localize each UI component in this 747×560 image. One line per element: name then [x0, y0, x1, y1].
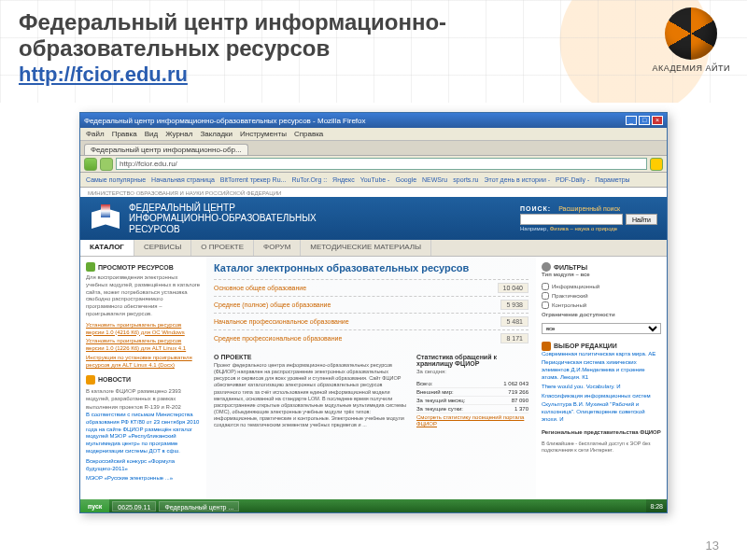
menu-view[interactable]: Вид	[145, 130, 158, 138]
bm-google[interactable]: Google	[395, 176, 416, 183]
task-item-2[interactable]: Федеральный центр ...	[159, 501, 239, 511]
left-column: ПРОСМОТР РЕСУРСОВ Для воспроизведения эл…	[80, 257, 206, 501]
cat-initprof[interactable]: Начальное профессиональное образование	[214, 318, 349, 325]
cat-basic[interactable]: Основное общее образование	[214, 285, 306, 291]
site-title: ФЕДЕРАЛЬНЫЙ ЦЕНТР ИНФОРМАЦИОННО-ОБРАЗОВА…	[129, 203, 317, 235]
logo-ball-icon	[665, 7, 717, 60]
window-titlebar[interactable]: Федеральный центр информационно-образова…	[80, 113, 667, 128]
pick-3[interactable]: There would you. Vocabulary. И	[542, 384, 661, 391]
browser-tab[interactable]: Федеральный центр информационно-обр...	[84, 144, 248, 155]
search-label: ПОИСК:	[520, 205, 551, 212]
close-button[interactable]: ×	[652, 116, 663, 125]
forward-button[interactable]	[100, 158, 113, 171]
search-hint: Например, Физика – наука о природе	[520, 226, 657, 231]
download-instr[interactable]: Инструкция по установке проигрывателя ре…	[86, 355, 201, 370]
cat-full[interactable]: Среднее (полное) общее образование	[214, 301, 331, 308]
cat-midprof[interactable]: Среднее профессиональное образование	[214, 335, 342, 342]
pick-icon	[542, 342, 551, 351]
clock: 8:28	[650, 503, 663, 510]
cat-full-count: 5 938	[500, 300, 529, 310]
maximize-button[interactable]: □	[639, 116, 650, 125]
view-icon	[86, 262, 95, 272]
tab-services[interactable]: СЕРВИСЫ	[134, 240, 191, 256]
menu-edit[interactable]: Правка	[112, 130, 137, 138]
stats-header: Статистика обращений к хранилищу ФЦИОР	[416, 354, 529, 367]
cat-row: Начальное профессиональное образование5 …	[214, 313, 529, 329]
pick-5[interactable]: Скульптура В.И. Мухиной "Рабочий и колхо…	[542, 401, 661, 423]
typemod-label: Тип модуля – все	[542, 272, 661, 279]
tab-about[interactable]: О ПРОЕКТЕ	[191, 240, 254, 256]
gear-icon	[542, 262, 551, 272]
address-input[interactable]: http://fcior.edu.ru/	[116, 158, 647, 170]
task-item-1[interactable]: 0625.09.11	[112, 501, 156, 511]
bm-home[interactable]: Начальная страница	[151, 176, 215, 183]
title-url[interactable]: http://fcior.edu.ru	[19, 63, 188, 86]
main-column: Каталог электронных образовательных ресу…	[206, 257, 536, 501]
stats-link[interactable]: Смотреть статистику посещений портала ФЦ…	[416, 414, 524, 427]
cat-initprof-count: 5 481	[500, 316, 529, 327]
back-button[interactable]	[84, 158, 97, 171]
academy-logo: АКАДЕМИЯ АЙТИ	[652, 7, 730, 73]
bookmarks-bar: Самые популярные Начальная страница BitT…	[80, 173, 667, 188]
cat-basic-count: 10 040	[498, 283, 529, 293]
bm-pdf[interactable]: PDF-Daily -	[556, 176, 589, 183]
advanced-search-link[interactable]: Расширенный поиск	[558, 205, 620, 212]
bm-youtube[interactable]: YouTube -	[360, 176, 390, 183]
view-text: Для воспроизведения электронных учебных …	[86, 274, 201, 318]
menu-bookmarks[interactable]: Закладки	[200, 130, 233, 138]
filters-header: ФИЛЬТРЫ	[554, 264, 587, 271]
cat-row: Среднее (полное) общее образование5 938	[214, 296, 529, 313]
minimize-button[interactable]: _	[626, 116, 637, 125]
bm-bt[interactable]: BitTorrent трекер Ru...	[220, 176, 287, 183]
pick-4[interactable]: Классификация информационных систем	[542, 393, 661, 400]
chk-ctrl[interactable]: Контрольный	[542, 301, 661, 309]
cat-row: Среднее профессиональное образование8 17…	[214, 329, 529, 346]
reload-button[interactable]	[650, 158, 663, 171]
search-input[interactable]	[520, 214, 623, 225]
reps-text: В ближайшее - бесплатный доступ к ЭОР бе…	[542, 441, 661, 454]
about-text: Проект федерального центра информационно…	[214, 362, 409, 428]
bm-popular[interactable]: Самые популярные	[86, 176, 146, 183]
limit-select[interactable]: все	[542, 323, 661, 334]
tab-methods[interactable]: МЕТОДИЧЕСКИЕ МАТЕРИАЛЫ	[301, 240, 431, 256]
stats-period: За сегодня:	[416, 369, 529, 376]
menu-help[interactable]: Справка	[294, 130, 323, 138]
pick-2[interactable]: Периодическая система химических элемент…	[542, 359, 661, 381]
bm-params[interactable]: Параметры	[595, 176, 629, 183]
slide-title: Федеральный центр информационно- образов…	[0, 0, 747, 92]
chk-pract[interactable]: Практический	[542, 292, 661, 300]
pick-1[interactable]: Современная политическая карта мира. АЕ	[542, 351, 661, 358]
search-box: ПОИСК: Расширенный поиск Найти Например,…	[520, 205, 657, 231]
news-2[interactable]: В соответствии с письмом Министерства об…	[86, 412, 201, 455]
right-column: ФИЛЬТРЫ Тип модуля – все Информационный …	[536, 257, 667, 501]
menu-file[interactable]: Файл	[86, 130, 105, 138]
tab-forum[interactable]: ФОРУМ	[254, 240, 301, 256]
site-nav: КАТАЛОГ СЕРВИСЫ О ПРОЕКТЕ ФОРУМ МЕТОДИЧЕ…	[80, 240, 667, 257]
tab-catalog[interactable]: КАТАЛОГ	[80, 240, 134, 256]
search-button[interactable]: Найти	[626, 214, 657, 225]
about-header: О ПРОЕКТЕ	[214, 354, 409, 360]
bm-rutor[interactable]: RuTor.Org ::	[291, 176, 327, 183]
bm-history[interactable]: Этот день в истории -	[485, 176, 551, 183]
bm-yandex[interactable]: Яндекс	[332, 176, 355, 183]
news-3[interactable]: Всероссийский конкурс «Формула будущего-…	[86, 458, 201, 473]
ministry-line: МИНИСТЕРСТВО ОБРАЗОВАНИЯ И НАУКИ РОССИЙС…	[80, 188, 667, 197]
download-win[interactable]: Установить проигрыватель ресурсов версии…	[86, 322, 201, 337]
menu-tools[interactable]: Инструменты	[240, 130, 287, 138]
menu-history[interactable]: Журнал	[165, 130, 192, 138]
chk-info[interactable]: Информационный	[542, 283, 661, 290]
news-4[interactable]: МЭОР «Русские электронные ...»	[86, 475, 201, 483]
window-title: Федеральный центр информационно-образова…	[84, 117, 366, 125]
search-hint-link[interactable]: Физика – наука о природе	[550, 226, 617, 231]
start-button[interactable]: пуск	[80, 499, 109, 512]
site-header: ФЕДЕРАЛЬНЫЙ ЦЕНТР ИНФОРМАЦИОННО-ОБРАЗОВА…	[80, 197, 667, 240]
browser-window: Федеральный центр информационно-образова…	[79, 112, 668, 513]
system-tray[interactable]: 8:28	[646, 499, 667, 512]
news-icon	[86, 375, 95, 385]
page-content: МИНИСТЕРСТВО ОБРАЗОВАНИЯ И НАУКИ РОССИЙС…	[80, 188, 667, 501]
bm-newsru[interactable]: NEWSru	[422, 176, 447, 183]
book-logo-icon	[90, 204, 121, 232]
browser-tabbar: Федеральный центр информационно-обр...	[80, 141, 667, 156]
download-linux[interactable]: Установить проигрыватель ресурсов версии…	[86, 338, 201, 353]
bm-sports[interactable]: sports.ru	[453, 176, 478, 183]
